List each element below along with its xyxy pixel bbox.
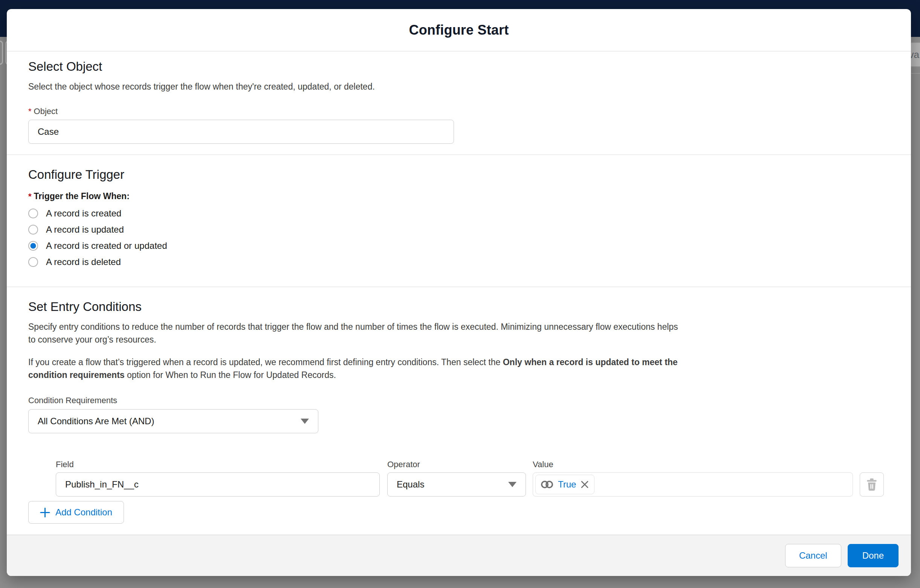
- add-condition-button[interactable]: Add Condition: [28, 501, 124, 523]
- trigger-when-label: *Trigger the Flow When:: [28, 191, 889, 201]
- radio-record-created[interactable]: A record is created: [28, 205, 889, 221]
- value-pill[interactable]: True: [535, 475, 594, 494]
- entry-conditions-section: Set Entry Conditions Specify entry condi…: [7, 287, 911, 534]
- radio-label: A record is created: [46, 208, 121, 219]
- entry-conditions-heading: Set Entry Conditions: [28, 299, 889, 314]
- field-input[interactable]: [56, 472, 380, 496]
- operator-dropdown[interactable]: Equals: [387, 472, 526, 496]
- operator-value: Equals: [397, 479, 424, 490]
- entry-conditions-paragraph-1: Specify entry conditions to reduce the n…: [28, 320, 680, 346]
- radio-button-icon[interactable]: [28, 241, 38, 251]
- object-field-label: *Object: [28, 107, 889, 116]
- trigger-options-list: A record is created A record is updated …: [28, 205, 889, 270]
- radio-record-updated[interactable]: A record is updated: [28, 221, 889, 237]
- chevron-down-icon: [508, 482, 517, 487]
- plus-icon: [40, 507, 50, 518]
- modal-title: Configure Start: [409, 22, 509, 38]
- add-condition-label: Add Condition: [55, 507, 112, 518]
- select-object-section: Select Object Select the object whose re…: [7, 52, 911, 155]
- done-button[interactable]: Done: [848, 544, 899, 567]
- select-object-heading: Select Object: [28, 59, 889, 74]
- modal-header: Configure Start: [7, 9, 911, 52]
- delete-condition-button[interactable]: [860, 472, 884, 496]
- object-input[interactable]: [28, 120, 454, 144]
- required-marker: *: [28, 192, 32, 201]
- radio-label: A record is updated: [46, 225, 124, 235]
- radio-label: A record is deleted: [46, 257, 121, 267]
- configure-trigger-section: Configure Trigger *Trigger the Flow When…: [7, 155, 911, 287]
- radio-record-deleted[interactable]: A record is deleted: [28, 254, 889, 270]
- field-label: Field: [56, 460, 380, 469]
- condition-field-column: Field: [56, 460, 380, 496]
- configure-trigger-heading: Configure Trigger: [28, 167, 889, 182]
- value-pill-text: True: [558, 479, 576, 490]
- condition-value-column: Value True: [533, 460, 853, 496]
- radio-label: A record is created or updated: [46, 241, 167, 251]
- cancel-button[interactable]: Cancel: [785, 544, 841, 567]
- radio-button-icon[interactable]: [28, 225, 38, 234]
- radio-button-icon[interactable]: [28, 208, 38, 218]
- chevron-down-icon: [301, 418, 309, 424]
- trash-icon: [866, 478, 878, 491]
- entry-conditions-paragraph-2: If you create a flow that’s triggered wh…: [28, 356, 680, 381]
- condition-requirements-label: Condition Requirements: [28, 396, 889, 405]
- radio-button-icon[interactable]: [28, 257, 38, 267]
- operator-label: Operator: [387, 460, 526, 469]
- condition-row: Field Operator Equals Value: [56, 460, 889, 496]
- remove-value-icon[interactable]: [581, 480, 589, 489]
- condition-requirements-value: All Conditions Are Met (AND): [38, 416, 154, 426]
- toggle-icon: [541, 480, 554, 489]
- modal-footer: Cancel Done: [7, 535, 911, 576]
- radio-record-created-or-updated[interactable]: A record is created or updated: [28, 237, 889, 254]
- background-toolbar-fragment: [0, 40, 3, 65]
- required-marker: *: [28, 107, 32, 116]
- value-input[interactable]: True: [533, 472, 853, 496]
- condition-operator-column: Operator Equals: [387, 460, 526, 496]
- object-input-wrap: [28, 120, 454, 144]
- value-label: Value: [533, 460, 853, 469]
- configure-start-modal: Configure Start Select Object Select the…: [7, 9, 911, 576]
- condition-requirements-dropdown[interactable]: All Conditions Are Met (AND): [28, 409, 318, 433]
- select-object-description: Select the object whose records trigger …: [28, 80, 680, 93]
- modal-body: Select Object Select the object whose re…: [7, 52, 911, 535]
